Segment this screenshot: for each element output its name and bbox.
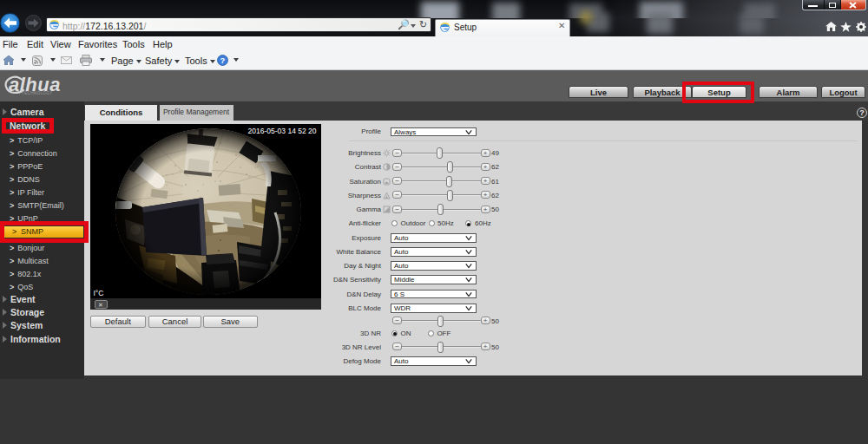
svg-text:?: ? — [220, 56, 226, 65]
